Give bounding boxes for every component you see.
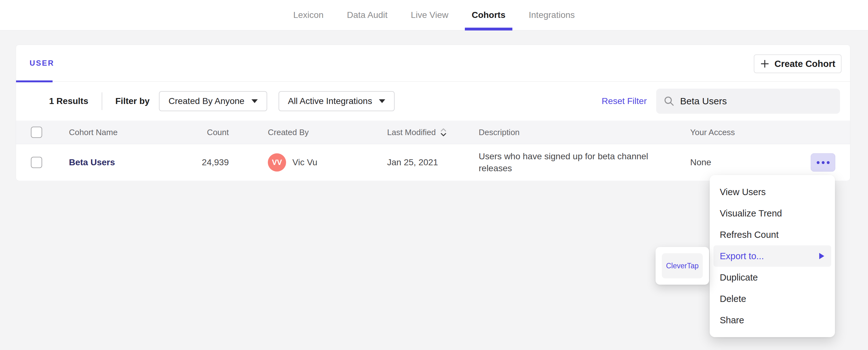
tab-user-underline [16, 80, 53, 82]
active-tab-underline [465, 28, 513, 31]
created-by-cell: VV Vic Vu [268, 153, 317, 172]
results-count: 1 Results [49, 96, 88, 106]
integrations-dropdown[interactable]: All Active Integrations [279, 91, 395, 111]
menu-item-visualize-trend[interactable]: Visualize Trend [710, 203, 835, 224]
menu-item-view-users[interactable]: View Users [710, 181, 835, 203]
header-last-modified[interactable]: Last Modified [387, 127, 447, 137]
nav-tab-integrations[interactable]: Integrations [522, 0, 582, 30]
header-description: Description [479, 126, 650, 138]
top-navigation: Lexicon Data Audit Live View Cohorts Int… [0, 0, 868, 31]
created-by-dropdown[interactable]: Created By Anyone [159, 91, 267, 111]
filter-bar: 1 Results Filter by Created By Anyone Al… [16, 82, 850, 120]
header-created-by: Created By [268, 128, 309, 137]
nav-tab-lexicon[interactable]: Lexicon [286, 0, 331, 30]
create-cohort-button[interactable]: Create Cohort [754, 55, 842, 73]
ellipsis-icon [822, 161, 825, 164]
last-modified-cell: Jan 25, 2021 [387, 158, 438, 168]
create-cohort-button-label: Create Cohort [775, 59, 835, 69]
creator-name: Vic Vu [292, 158, 317, 168]
menu-item-delete[interactable]: Delete [710, 288, 835, 310]
export-submenu: CleverTap [656, 247, 709, 285]
search-input-value: Beta Users [680, 96, 727, 106]
vertical-divider [102, 92, 102, 110]
select-all-checkbox[interactable] [31, 127, 42, 138]
header-your-access: Your Access [690, 128, 735, 137]
menu-item-duplicate[interactable]: Duplicate [710, 267, 835, 288]
menu-item-export-to-label: Export to... [720, 251, 764, 261]
chevron-down-icon [251, 99, 258, 103]
search-input[interactable]: Beta Users [656, 89, 840, 114]
search-icon [664, 96, 675, 106]
checkbox[interactable] [31, 127, 42, 138]
nav-tabs: Lexicon Data Audit Live View Cohorts Int… [286, 0, 582, 30]
table-header-row: Cohort Name Count Created By Last Modifi… [16, 120, 850, 144]
tab-user[interactable]: USER [16, 45, 55, 81]
description-cell: Users who have signed up for beta channe… [479, 150, 650, 174]
reset-filter-link[interactable]: Reset Filter [602, 96, 647, 106]
header-last-modified-label: Last Modified [387, 128, 436, 137]
header-cohort-name: Cohort Name [69, 128, 118, 137]
your-access-cell: None [690, 158, 711, 168]
cohorts-card: USER Create Cohort 1 Results Filter by C… [16, 45, 850, 181]
submenu-item-clevertap[interactable]: CleverTap [662, 253, 703, 278]
nav-tab-data-audit[interactable]: Data Audit [340, 0, 394, 30]
ellipsis-icon [817, 161, 819, 164]
filter-by-label: Filter by [116, 96, 150, 106]
nav-tab-live-view[interactable]: Live View [404, 0, 455, 30]
row-checkbox-wrap[interactable] [31, 157, 42, 168]
plus-icon [760, 59, 770, 69]
card-tab-bar: USER Create Cohort [16, 45, 850, 82]
tab-user-label: USER [30, 59, 55, 68]
cohort-name-link[interactable]: Beta Users [69, 158, 115, 167]
avatar: VV [268, 153, 286, 172]
nav-tab-cohorts-label: Cohorts [472, 10, 505, 20]
nav-tab-cohorts[interactable]: Cohorts [465, 0, 513, 30]
row-context-menu: View Users Visualize Trend Refresh Count… [710, 175, 835, 337]
checkbox[interactable] [31, 157, 42, 168]
cohort-count: 24,939 [148, 158, 229, 168]
menu-item-refresh-count[interactable]: Refresh Count [710, 224, 835, 245]
submenu-arrow-icon [819, 253, 824, 259]
header-count: Count [148, 128, 229, 137]
menu-item-export-to[interactable]: Export to... [713, 245, 831, 267]
menu-item-share[interactable]: Share [710, 310, 835, 331]
row-actions-button[interactable] [811, 153, 835, 172]
created-by-dropdown-value: Created By Anyone [168, 96, 244, 106]
ellipsis-icon [827, 161, 830, 164]
integrations-dropdown-value: All Active Integrations [288, 96, 372, 106]
chevron-down-icon [379, 99, 385, 103]
sort-icon[interactable] [440, 127, 447, 137]
